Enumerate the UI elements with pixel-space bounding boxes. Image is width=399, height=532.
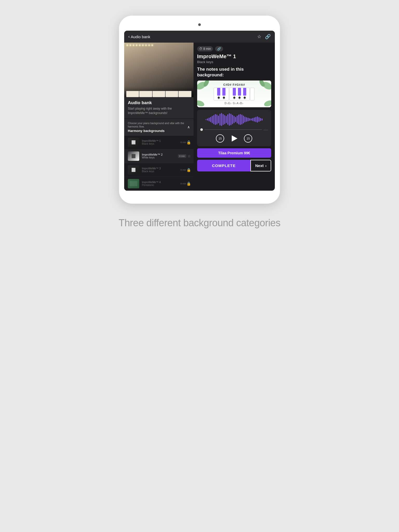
track-thumbnail — [128, 179, 139, 188]
waveform-bar — [230, 114, 231, 125]
main-content: Audio bank Start playing right away with… — [124, 43, 275, 191]
waveform-bar — [248, 118, 249, 121]
list-item[interactable]: ImproWeMe™ 4 Pentatonic 8 min 🔒 — [124, 177, 194, 191]
mini-piano-keys — [131, 154, 136, 159]
list-item[interactable]: ImproWeMe™ 3 Black keys 8 min 🔒 — [124, 163, 194, 177]
waveform-bar — [221, 113, 222, 126]
notes-heading: The notes used in this background: — [197, 66, 271, 78]
back-button[interactable]: ‹ Audio bank — [128, 34, 150, 39]
premium-banner[interactable]: Tilaa Premium 99€ — [197, 148, 271, 158]
list-item[interactable]: ImproWeMe™ 2 White keys 9 min ☆ — [124, 149, 194, 163]
clock-icon: ⏱ — [199, 47, 202, 51]
player-controls: 15 15 — [200, 134, 268, 143]
back-arrow-icon: ‹ — [128, 34, 130, 39]
waveform-bar — [254, 117, 255, 122]
waveform-bar — [255, 117, 256, 122]
link-badge[interactable]: 🔗 — [215, 46, 223, 51]
track-main-title: ImproWeMe™ 1 — [197, 54, 271, 59]
waveform-bar — [235, 117, 236, 122]
track-duration-badge: 9 min — [178, 154, 186, 158]
play-button[interactable] — [229, 134, 239, 143]
waveform-bar — [216, 115, 217, 124]
progress-indicator — [200, 128, 203, 131]
waveform-bar — [220, 114, 221, 125]
waveform-bar — [212, 116, 213, 123]
waveform-bar — [237, 116, 238, 123]
waveform-player: --:-- 15 15 — [197, 110, 271, 146]
svg-rect-15 — [222, 88, 225, 96]
favorite-icon[interactable]: ☆ — [188, 154, 191, 158]
harmony-desc: Choose your piano background and vibe wi… — [128, 122, 187, 128]
waveform-bar — [218, 116, 219, 123]
left-column: Audio bank Start playing right away with… — [124, 43, 194, 191]
track-thumbnail — [128, 151, 139, 161]
track-category: Black keys — [197, 60, 271, 64]
back-label: Audio bank — [131, 35, 150, 39]
list-item[interactable]: ImproWeMe™ 1 Black keys 8 min 🔒 — [124, 136, 194, 149]
waveform-bar — [227, 114, 228, 125]
track-duration: 8 min — [181, 141, 186, 144]
duration-value: 8 min — [203, 47, 211, 51]
premium-label: Tilaa Premium 99€ — [218, 151, 250, 155]
audio-bank-title: Audio bank — [128, 100, 190, 105]
mini-piano-keys — [131, 167, 136, 172]
bottom-caption: Three different background categories — [108, 217, 291, 229]
waveform-bar — [252, 118, 253, 121]
waveform-bar — [241, 115, 242, 124]
audio-bank-subtitle: Start playing right away with the ImproW… — [128, 107, 190, 115]
svg-rect-17 — [238, 88, 241, 96]
skip-forward-label: 15 — [247, 137, 250, 140]
next-label: Next — [255, 163, 264, 168]
piano-diagram: C#D# F#G#A# — [197, 81, 271, 107]
waveform-bar — [258, 117, 260, 122]
waveform-bar — [215, 114, 216, 125]
waveform-bar — [207, 118, 208, 121]
svg-point-20 — [223, 97, 225, 99]
harmony-chevron-icon: ∧ — [187, 125, 190, 129]
meta-row: ⏱ 8 min 🔗 — [197, 46, 271, 51]
svg-point-23 — [244, 97, 246, 99]
harmony-header[interactable]: Choose your piano background and vibe wi… — [124, 119, 194, 136]
lock-icon: 🔒 — [187, 140, 191, 144]
waveform-bar — [249, 118, 250, 121]
header-actions: ☆ 🔗 — [257, 34, 271, 39]
harmony-section: Choose your piano background and vibe wi… — [124, 119, 194, 191]
track-thumbnail — [128, 165, 139, 175]
progress-track[interactable] — [204, 129, 262, 130]
waveform-bar — [251, 118, 252, 121]
svg-rect-13 — [250, 88, 254, 100]
waveform-bar — [244, 117, 245, 122]
track-list: ImproWeMe™ 1 Black keys 8 min 🔒 — [124, 136, 194, 191]
link-button[interactable]: 🔗 — [265, 34, 271, 39]
star-button[interactable]: ☆ — [257, 34, 261, 39]
duration-badge: ⏱ 8 min — [197, 46, 213, 51]
waveform-bar — [209, 118, 210, 121]
skip-forward-button[interactable]: 15 — [244, 134, 252, 143]
next-button[interactable]: Next › — [250, 160, 271, 171]
play-icon — [232, 135, 237, 142]
time-remaining: --:-- — [263, 128, 268, 131]
waveform-bar — [213, 115, 214, 124]
tablet-camera — [198, 23, 201, 26]
svg-rect-16 — [233, 88, 236, 96]
waveform-bar — [205, 119, 207, 120]
progress-row: --:-- — [200, 128, 268, 131]
svg-point-19 — [218, 97, 220, 99]
waveform-bar — [224, 115, 225, 124]
skip-back-button[interactable]: 15 — [216, 134, 224, 143]
track-duration: 8 min — [181, 182, 186, 185]
waveform-bar — [226, 116, 227, 123]
waveform-bar — [223, 114, 224, 125]
waveform-bar — [232, 115, 233, 124]
piano-diagram-content: C#D# F#G#A# — [200, 83, 269, 105]
tablet-frame: ‹ Audio bank ☆ 🔗 — [119, 16, 280, 204]
waveform-bar — [240, 114, 241, 125]
fairy-lights — [124, 45, 194, 46]
complete-button[interactable]: COMPLETE — [197, 160, 251, 171]
piano-keys-svg — [213, 87, 255, 101]
piano-image — [124, 43, 194, 97]
waveform-bar — [238, 115, 239, 124]
lock-icon: 🔒 — [187, 182, 191, 186]
harmony-header-text: Choose your piano background and vibe wi… — [128, 122, 187, 133]
waveform-bar — [229, 113, 230, 126]
